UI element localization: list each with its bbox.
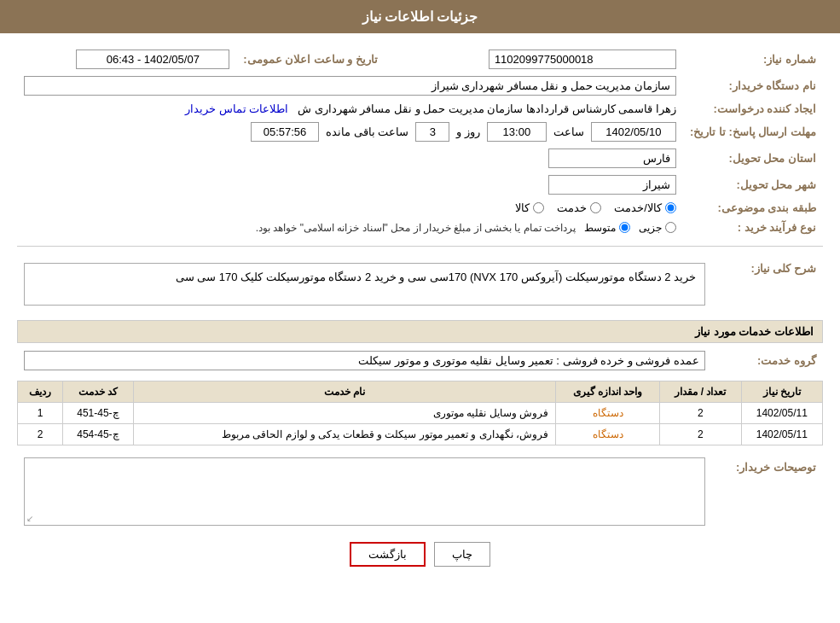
row-number: 2 <box>18 424 63 445</box>
category-kala-label: کالا <box>515 201 530 214</box>
process-jozyi-option: جزیی <box>639 222 676 234</box>
services-table: تاریخ نیاز تعداد / مقدار واحد اندازه گیر… <box>17 381 823 445</box>
col-unit-header: واحد اندازه گیری <box>555 381 659 403</box>
col-code-header: کد خدمت <box>63 381 133 403</box>
category-khadamat-label: خدمت <box>557 201 587 214</box>
buyer-comments-table: توصیحات خریدار: ↙ <box>17 454 823 529</box>
need-desc-table: شرح کلی نیاز: خرید 2 دستگاه موتورسیکلت (… <box>17 255 823 313</box>
public-date-box: 1402/05/07 - 06:43 <box>76 49 229 69</box>
print-button[interactable]: چاپ <box>434 542 490 567</box>
province-label: استان محل تحویل: <box>683 145 823 172</box>
service-group-table: گروه خدمت: عمده فروشی و خرده فروشی : تعم… <box>17 347 823 374</box>
row-date: 1402/05/11 <box>741 403 822 424</box>
need-number-box: 1102099775000018 <box>489 49 676 69</box>
category-kala-khadamat-option: کالا/خدمت <box>614 201 676 214</box>
category-khadamat-option: خدمت <box>557 201 601 214</box>
province-box: فارس <box>548 148 676 168</box>
reply-days-label: روز و <box>456 125 480 138</box>
row-unit: دستگاه <box>555 424 659 445</box>
table-row: 1402/05/11 2 دستگاه فروش وسایل نقلیه موت… <box>18 403 823 424</box>
city-box: شیراز <box>548 175 676 195</box>
category-kala-khadamat-label: کالا/خدمت <box>614 201 662 214</box>
buyer-org-label: نام دستگاه خریدار: <box>683 73 823 99</box>
reply-remaining-label: ساعت باقی مانده <box>326 125 408 138</box>
reply-deadline-label: مهلت ارسال پاسخ: تا تاریخ: <box>683 119 823 145</box>
need-number-label: شماره نیاز: <box>683 46 823 73</box>
col-name-header: نام خدمت <box>133 381 555 403</box>
category-radio-group: کالا/خدمت خدمت کالا <box>24 201 676 214</box>
col-row-header: ردیف <box>18 381 63 403</box>
creator-contact-link[interactable]: اطلاعات تماس خریدار <box>185 102 288 115</box>
need-number-value: 1102099775000018 <box>419 46 683 73</box>
process-motavasset-radio[interactable] <box>619 222 630 233</box>
category-khadamat-radio[interactable] <box>590 202 601 213</box>
category-kala-option: کالا <box>515 201 544 214</box>
creator-value: زهرا قاسمی کارشناس قراردادها سازمان مدیر… <box>298 102 676 115</box>
process-desc-text: پرداخت تمام یا بخشی از مبلغ خریدار از مح… <box>256 222 576 234</box>
buyer-comments-label: توصیحات خریدار: <box>712 454 823 529</box>
reply-time-label: ساعت <box>553 125 584 138</box>
row-code: چ-45-454 <box>63 424 133 445</box>
reply-remaining-box: 05:57:56 <box>251 122 319 142</box>
process-motavasset-label: متوسط <box>584 222 616 234</box>
reply-deadline-row: 1402/05/10 ساعت 13:00 روز و 3 ساعت باقی … <box>24 122 676 142</box>
process-jozyi-radio[interactable] <box>665 222 676 233</box>
service-group-label: گروه خدمت: <box>712 347 823 374</box>
process-motavasset-option: متوسط <box>584 222 630 234</box>
row-name: فروش، نگهداری و تعمیر موتور سیکلت و قطعا… <box>133 424 555 445</box>
row-count: 2 <box>660 424 741 445</box>
buyer-org-box: سازمان مدیریت حمل و نقل مسافر شهرداری شی… <box>24 76 676 96</box>
button-row: چاپ بازگشت <box>17 542 823 567</box>
process-type-row: جزیی متوسط پرداخت تمام یا بخشی از مبلغ خ… <box>24 222 676 234</box>
main-info-table: شماره نیاز: 1102099775000018 تاریخ و ساع… <box>17 46 823 237</box>
page-header: جزئیات اطلاعات نیاز <box>0 0 840 33</box>
row-number: 1 <box>18 403 63 424</box>
public-date-value: 1402/05/07 - 06:43 <box>17 46 236 73</box>
category-label: طبقه بندی موضوعی: <box>683 198 823 218</box>
buyer-comments-box: ↙ <box>24 457 705 526</box>
public-date-label: تاریخ و ساعت اعلان عمومی: <box>236 46 385 73</box>
reply-time-box: 13:00 <box>487 122 547 142</box>
services-section-header: اطلاعات خدمات مورد نیاز <box>17 320 823 343</box>
category-kala-khadamat-radio[interactable] <box>665 202 676 213</box>
row-code: چ-45-451 <box>63 403 133 424</box>
row-date: 1402/05/11 <box>741 424 822 445</box>
header-title: جزئیات اطلاعات نیاز <box>362 9 478 24</box>
divider-1 <box>17 246 823 247</box>
service-group-box: عمده فروشی و خرده فروشی : تعمیر وسایل نق… <box>24 351 705 370</box>
back-button[interactable]: بازگشت <box>350 542 426 567</box>
creator-label: ایجاد کننده درخواست: <box>683 99 823 119</box>
need-desc-box: خرید 2 دستگاه موتورسیکلت (آیروکس NVX 170… <box>24 263 705 306</box>
row-name: فروش وسایل نقلیه موتوری <box>133 403 555 424</box>
reply-date-box: 1402/05/10 <box>591 122 676 142</box>
row-unit: دستگاه <box>555 403 659 424</box>
row-count: 2 <box>660 403 741 424</box>
process-label: نوع فرآیند خرید : <box>683 218 823 237</box>
table-row: 1402/05/11 2 دستگاه فروش، نگهداری و تعمی… <box>18 424 823 445</box>
resize-handle: ↙ <box>26 514 33 523</box>
need-desc-text: خرید 2 دستگاه موتورسیکلت (آیروکس NVX 170… <box>176 271 696 283</box>
category-kala-radio[interactable] <box>533 202 544 213</box>
process-jozyi-label: جزیی <box>639 222 662 234</box>
city-label: شهر محل تحویل: <box>683 172 823 198</box>
reply-days-box: 3 <box>415 122 449 142</box>
col-count-header: تعداد / مقدار <box>660 381 741 403</box>
col-date-header: تاریخ نیاز <box>741 381 822 403</box>
need-desc-label: شرح کلی نیاز: <box>712 255 823 313</box>
